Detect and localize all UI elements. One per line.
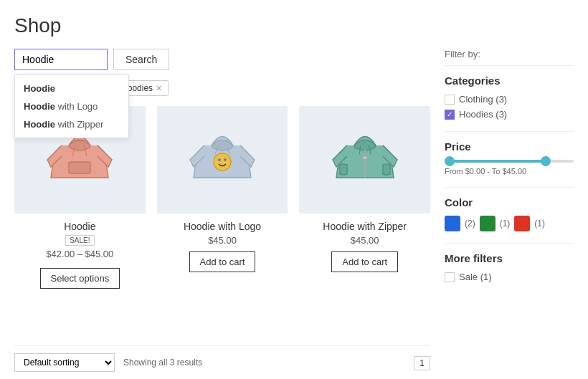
search-button[interactable]: Search — [113, 49, 169, 70]
price-slider-thumb-left[interactable] — [445, 156, 455, 166]
product-name-hoodie: Hoodie — [64, 221, 95, 232]
color-title: Color — [445, 196, 574, 208]
result-count: Showing all 3 results — [123, 358, 202, 368]
color-section: Color (2) (1) (1) — [445, 187, 574, 231]
sale-badge-hoodie: SALE! — [65, 235, 94, 246]
product-price-hoodie-zipper: $45.00 — [351, 235, 379, 246]
price-title: Price — [445, 140, 574, 153]
add-to-cart-button-hoodie-logo[interactable]: Add to cart — [189, 251, 256, 272]
price-slider-fill — [445, 160, 548, 163]
price-section: Price From $0.00 - To $45.00 — [445, 131, 574, 176]
product-card-hoodie-logo: Hoodie with Logo $45.00 Add to cart — [157, 106, 288, 340]
product-name-hoodie-zipper: Hoodie with Zipper — [323, 221, 407, 232]
product-name-hoodie-logo: Hoodie with Logo — [184, 221, 261, 232]
price-slider-track[interactable] — [445, 160, 574, 163]
more-filters-section: More filters Sale (1) — [445, 243, 574, 282]
color-swatch-red[interactable] — [514, 216, 530, 231]
product-image-hoodie-zipper — [299, 106, 430, 214]
color-count-green: (1) — [500, 219, 511, 229]
page-number[interactable]: 1 — [414, 356, 430, 370]
suggestion-hoodie[interactable]: Hoodie — [15, 80, 128, 97]
hoodies-label: Hoodies (3) — [459, 109, 507, 120]
clothing-label: Clothing (3) — [459, 94, 507, 105]
page-title: Shop — [14, 14, 574, 37]
search-bar: Hoodie Search Hoodie Hoodie with Logo Ho… — [14, 49, 430, 70]
color-count-red: (1) — [534, 219, 545, 229]
sidebar: Filter by: Categories Clothing (3) Hoodi… — [445, 49, 574, 379]
color-swatch-green[interactable] — [480, 216, 495, 231]
svg-point-4 — [219, 159, 221, 161]
pagination: 1 — [414, 358, 430, 368]
product-price-hoodie-logo: $45.00 — [208, 235, 237, 246]
search-dropdown: Hoodie Hoodie with Logo Hoodie with Zipp… — [14, 75, 129, 138]
svg-point-3 — [214, 153, 231, 171]
more-filters-title: More filters — [445, 252, 574, 264]
search-input[interactable]: Hoodie — [14, 49, 108, 70]
categories-title: Categories — [445, 75, 574, 87]
filter-sale[interactable]: Sale (1) — [445, 272, 574, 282]
product-image-hoodie-logo — [157, 106, 288, 214]
color-swatch-blue[interactable] — [445, 216, 460, 231]
price-range: From $0.00 - To $45.00 — [445, 160, 574, 176]
categories-section: Categories Clothing (3) Hoodies (3) — [445, 65, 574, 120]
svg-point-5 — [224, 159, 227, 161]
color-swatches: (2) (1) (1) — [445, 216, 574, 231]
add-to-cart-button-hoodie-zipper[interactable]: Add to cart — [331, 251, 398, 272]
svg-rect-0 — [69, 162, 90, 173]
category-clothing[interactable]: Clothing (3) — [445, 94, 574, 105]
products-grid: Hoodie SALE! $42.00 – $45.00 Select opti… — [14, 106, 430, 340]
clothing-checkbox[interactable] — [445, 95, 455, 105]
product-card-hoodie-zipper: Hoodie with Zipper $45.00 Add to cart — [299, 106, 430, 340]
filter-by-label: Filter by: — [445, 49, 574, 59]
product-price-hoodie: $42.00 – $45.00 — [46, 249, 113, 259]
color-count-blue: (2) — [465, 219, 475, 229]
price-slider-thumb-right[interactable] — [541, 156, 551, 166]
hoodies-checkbox[interactable] — [445, 110, 455, 120]
product-card-hoodie: Hoodie SALE! $42.00 – $45.00 Select opti… — [14, 106, 146, 340]
category-hoodies[interactable]: Hoodies (3) — [445, 109, 574, 120]
sale-checkbox[interactable] — [445, 272, 455, 282]
suggestion-hoodie-logo[interactable]: Hoodie with Logo — [15, 97, 128, 115]
price-label: From $0.00 - To $45.00 — [445, 167, 574, 176]
suggestion-hoodie-zipper[interactable]: Hoodie with Zipper — [15, 115, 128, 133]
sort-select[interactable]: Default sorting Sort by popularity Sort … — [14, 353, 115, 372]
select-options-button-hoodie[interactable]: Select options — [40, 268, 120, 289]
filter-tag-hoodies-close[interactable]: ✕ — [156, 84, 162, 93]
svg-rect-9 — [363, 156, 367, 159]
bottom-bar: Default sorting Sort by popularity Sort … — [14, 345, 430, 379]
sale-label: Sale (1) — [459, 272, 492, 282]
